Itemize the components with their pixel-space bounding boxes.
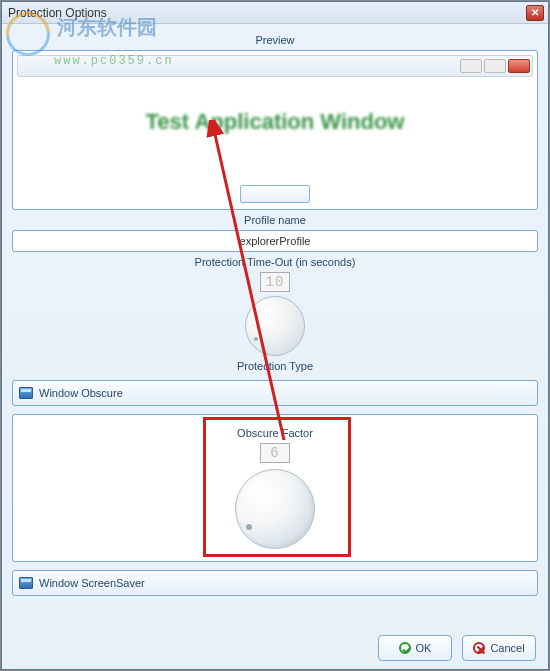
titlebar: Protection Options ✕ — [2, 2, 548, 24]
dialog-window: Protection Options ✕ Preview Test Applic… — [1, 1, 549, 670]
profile-name-label: Profile name — [12, 214, 538, 226]
timeout-display: 10 — [260, 272, 290, 292]
cancel-icon — [473, 642, 485, 654]
preview-label: Preview — [12, 34, 538, 46]
obscure-factor-display: 6 — [260, 443, 290, 463]
window-screensaver-label: Window ScreenSaver — [39, 577, 145, 589]
window-obscure-header[interactable]: Window Obscure — [12, 380, 538, 406]
ok-button-label: OK — [416, 642, 432, 654]
dialog-buttons: OK Cancel — [378, 635, 536, 661]
timeout-knob[interactable] — [245, 296, 305, 356]
ok-button[interactable]: OK — [378, 635, 452, 661]
cancel-button[interactable]: Cancel — [462, 635, 536, 661]
obscure-panel: Obscure Factor 6 — [12, 414, 538, 562]
obscure-factor-label: Obscure Factor — [21, 427, 529, 439]
check-icon — [399, 642, 411, 654]
window-title: Protection Options — [6, 6, 526, 20]
maximize-icon — [484, 59, 506, 73]
preview-app-title: Test Application Window — [17, 109, 533, 135]
window-obscure-label: Window Obscure — [39, 387, 123, 399]
window-icon — [19, 387, 33, 399]
preview-mock-button — [240, 185, 310, 203]
obscure-control: 6 — [21, 443, 529, 549]
profile-name-input[interactable] — [12, 230, 538, 252]
timeout-label: Protection Time-Out (in seconds) — [12, 256, 538, 268]
window-icon — [19, 577, 33, 589]
obscure-factor-knob[interactable] — [235, 469, 315, 549]
timeout-control: 10 — [12, 272, 538, 356]
window-screensaver-header[interactable]: Window ScreenSaver — [12, 570, 538, 596]
cancel-button-label: Cancel — [490, 642, 524, 654]
close-icon — [508, 59, 530, 73]
minimize-icon — [460, 59, 482, 73]
preview-mock-titlebar — [17, 55, 533, 77]
content-area: Preview Test Application Window Profile … — [2, 24, 548, 602]
protection-type-label: Protection Type — [12, 360, 538, 372]
preview-panel: Test Application Window — [12, 50, 538, 210]
close-icon[interactable]: ✕ — [526, 5, 544, 21]
